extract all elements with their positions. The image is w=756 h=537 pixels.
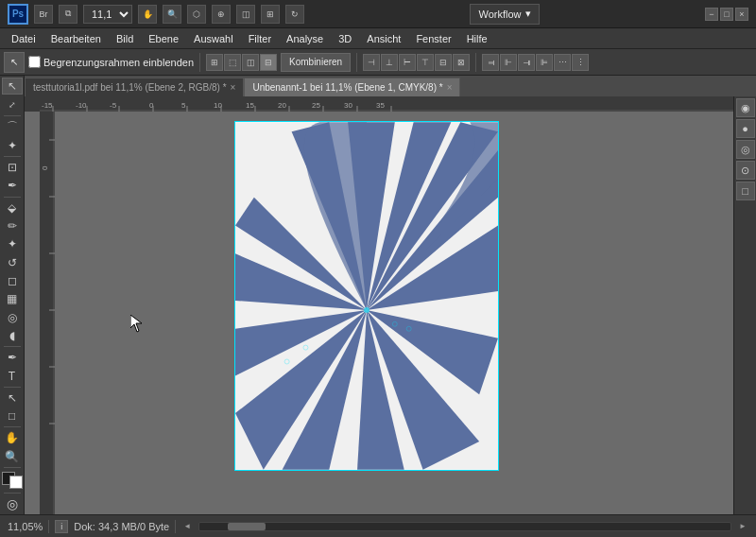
tool-zoom[interactable]: 🔍 xyxy=(2,448,23,465)
eyedropper-icon[interactable]: ⊕ xyxy=(212,5,231,24)
menu-ebene[interactable]: Ebene xyxy=(141,31,186,46)
begrenzungsrahmen-checkbox[interactable] xyxy=(28,56,41,68)
tab-1-close[interactable]: × xyxy=(231,82,236,93)
tool-dodge[interactable]: ◖ xyxy=(2,327,23,344)
restore-button[interactable]: □ xyxy=(720,8,733,21)
menu-filter[interactable]: Filter xyxy=(241,31,279,46)
status-info-icon[interactable]: i xyxy=(55,520,68,533)
rpanel-channels[interactable]: ● xyxy=(736,119,755,138)
tool-text[interactable]: T xyxy=(2,368,23,385)
tool-magic[interactable]: ✦ xyxy=(2,137,23,154)
menu-datei[interactable]: Datei xyxy=(4,31,43,46)
menu-bild[interactable]: Bild xyxy=(109,31,141,46)
hand-tool-icon[interactable]: ✋ xyxy=(138,5,157,24)
transform-btn-4[interactable]: ⊟ xyxy=(260,54,277,71)
tool-mask[interactable]: ◎ xyxy=(2,495,23,512)
align-btn-5[interactable]: ⊟ xyxy=(435,54,452,71)
tab-2-label: Unbenannt-1 bei 11,1% (Ebene 1, CMYK/8) … xyxy=(252,82,442,93)
svg-point-32 xyxy=(364,307,369,313)
tool-eyedropper[interactable]: ✒ xyxy=(2,177,23,194)
workflow-button[interactable]: Workflow ▾ xyxy=(470,4,539,25)
view-icon[interactable]: ⊞ xyxy=(261,5,280,24)
bridge-icon[interactable]: Br xyxy=(34,5,53,24)
background-color[interactable] xyxy=(9,476,23,489)
tab-2-close[interactable]: × xyxy=(447,82,453,93)
tool-sep-7 xyxy=(4,467,21,468)
tool-heal[interactable]: ⬙ xyxy=(2,199,23,216)
tool-sep-6 xyxy=(4,426,21,427)
brush-tool-icon[interactable]: ⬡ xyxy=(187,5,206,24)
title-bar: Ps Br ⧉ 11,1 ✋ 🔍 ⬡ ⊕ ◫ ⊞ ↻ Workflow ▾ − … xyxy=(0,0,756,28)
menu-auswahl[interactable]: Auswahl xyxy=(186,31,241,46)
options-separator-3 xyxy=(475,53,476,72)
zoom-level: 11,05% xyxy=(8,521,43,532)
dist-btn-5[interactable]: ⋯ xyxy=(554,54,571,71)
dist-btn-2[interactable]: ⊩ xyxy=(500,54,517,71)
transform-btn-3[interactable]: ◫ xyxy=(242,54,259,71)
doc-size: Dok: 34,3 MB/0 Byte xyxy=(74,521,169,532)
tool-eraser[interactable]: ◻ xyxy=(2,272,23,289)
scrollbar-h[interactable] xyxy=(198,522,731,531)
svg-text:25: 25 xyxy=(312,101,320,110)
tool-brush[interactable]: ✏ xyxy=(2,217,23,234)
tab-2[interactable]: Unbenannt-1 bei 11,1% (Ebene 1, CMYK/8) … xyxy=(244,78,460,96)
tool-path-select[interactable]: ↖ xyxy=(2,390,23,407)
transform-btn-2[interactable]: ⬚ xyxy=(224,54,241,71)
tool-clone[interactable]: ✦ xyxy=(2,235,23,252)
svg-text:20: 20 xyxy=(278,101,286,110)
toolbox: ↖ ⤢ ⌒ ✦ ⊡ ✒ ⬙ ✏ ✦ ↺ ◻ ▦ ◎ ◖ ✒ T ↖ □ ✋ 🔍 … xyxy=(0,76,25,514)
tool-blur[interactable]: ◎ xyxy=(2,309,23,326)
scroll-thumb[interactable] xyxy=(228,523,266,530)
align-btn-2[interactable]: ⊥ xyxy=(381,54,398,71)
tool-shape[interactable]: □ xyxy=(2,407,23,424)
workflow-dropdown-icon: ▾ xyxy=(525,8,531,20)
tool-lasso[interactable]: ⌒ xyxy=(2,118,23,136)
menu-bearbeiten[interactable]: Bearbeiten xyxy=(43,31,109,46)
rotate-icon[interactable]: ↻ xyxy=(285,5,304,24)
menu-fenster[interactable]: Fenster xyxy=(408,31,458,46)
rpanel-actions[interactable]: □ xyxy=(736,182,755,200)
shape-icon[interactable]: ◫ xyxy=(236,5,255,24)
rpanel-layers[interactable]: ◉ xyxy=(736,98,755,117)
ruler-h-svg: -15 -10 -5 0 5 10 15 20 25 30 35 xyxy=(40,96,733,112)
svg-text:0: 0 xyxy=(41,165,49,170)
align-btn-3[interactable]: ⊢ xyxy=(399,54,416,71)
begrenzungsrahmen-checkbox-label[interactable]: Begrenzungsrahmen einblenden xyxy=(28,56,194,68)
menu-hilfe[interactable]: Hilfe xyxy=(459,31,495,46)
align-btn-1[interactable]: ⊣ xyxy=(363,54,380,71)
search-tool-icon[interactable]: 🔍 xyxy=(163,5,181,24)
dist-btn-1[interactable]: ⫤ xyxy=(482,54,499,71)
tool-hand[interactable]: ✋ xyxy=(2,429,23,446)
tool-move[interactable]: ⤢ xyxy=(2,95,23,113)
color-swatch[interactable] xyxy=(2,472,23,489)
transform-btn-1[interactable]: ⊞ xyxy=(206,54,223,71)
align-btn-6[interactable]: ⊠ xyxy=(453,54,470,71)
ruler-and-canvas: -15 -10 -5 0 5 10 15 20 25 30 35 xyxy=(25,96,756,514)
close-button[interactable]: × xyxy=(735,8,748,21)
tool-select[interactable]: ↖ xyxy=(2,78,23,95)
minimize-button[interactable]: − xyxy=(705,8,718,21)
align-btn-4[interactable]: ⊤ xyxy=(417,54,434,71)
size-selector[interactable]: 11,1 xyxy=(83,5,132,24)
svg-text:30: 30 xyxy=(344,101,352,110)
dist-btn-4[interactable]: ⊫ xyxy=(536,54,553,71)
tool-history[interactable]: ↺ xyxy=(2,253,23,270)
tab-1[interactable]: testtutoria1l.pdf bei 11,1% (Ebene 2, RG… xyxy=(25,78,244,96)
menu-ansicht[interactable]: Ansicht xyxy=(359,31,408,46)
options-separator-2 xyxy=(356,53,357,72)
rpanel-history[interactable]: ⊙ xyxy=(736,161,755,180)
dist-btn-6[interactable]: ⋮ xyxy=(572,54,589,71)
tool-gradient[interactable]: ▦ xyxy=(2,290,23,307)
scroll-right-arrow[interactable]: ► xyxy=(737,522,748,530)
select-tool-icon[interactable]: ↖ xyxy=(4,52,25,73)
menu-3d[interactable]: 3D xyxy=(331,31,359,46)
options-separator-1 xyxy=(199,53,200,72)
dist-btn-3[interactable]: ⫣ xyxy=(518,54,535,71)
kombinieren-button[interactable]: Kombinieren xyxy=(281,53,351,72)
scroll-left-arrow[interactable]: ◄ xyxy=(181,522,193,530)
tool-crop[interactable]: ⊡ xyxy=(2,159,23,176)
menu-analyse[interactable]: Analyse xyxy=(279,31,331,46)
tool-pen[interactable]: ✒ xyxy=(2,349,23,366)
rpanel-paths[interactable]: ◎ xyxy=(736,140,755,159)
mini-bridge-icon[interactable]: ⧉ xyxy=(59,5,77,24)
